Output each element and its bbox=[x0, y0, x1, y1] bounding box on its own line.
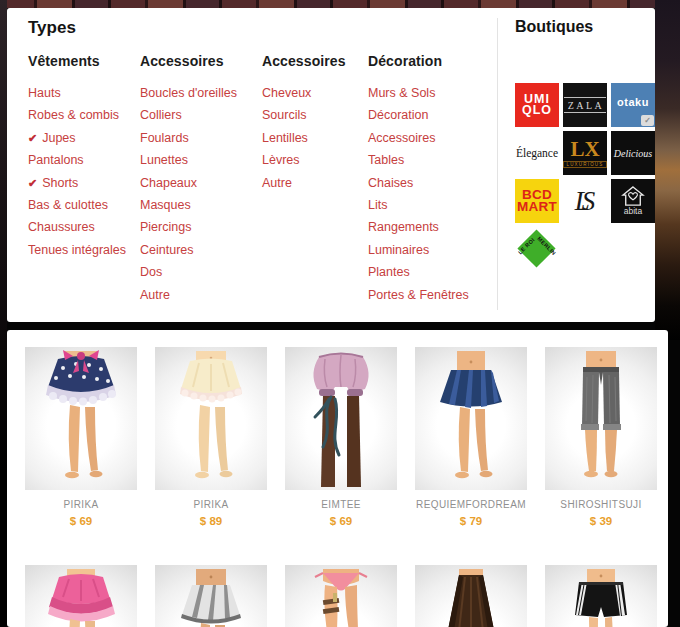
ls-monogram-logo: LS bbox=[575, 188, 596, 215]
product-card[interactable] bbox=[285, 565, 397, 627]
filter-link-rangements[interactable]: Rangements bbox=[368, 216, 469, 238]
filter-link-label: Lentilles bbox=[262, 131, 308, 145]
product-card[interactable] bbox=[25, 565, 137, 627]
product-card[interactable] bbox=[155, 565, 267, 627]
filter-link-lunettes[interactable]: Lunettes bbox=[140, 149, 237, 171]
filter-link-label: Autre bbox=[140, 288, 170, 302]
delicious-logo: Delicious bbox=[614, 148, 652, 159]
filter-link-jupes[interactable]: ✔Jupes bbox=[28, 127, 126, 149]
product-item: SHIROSHITSUJI $ 39 bbox=[545, 347, 657, 527]
filter-link-foulards[interactable]: Foulards bbox=[140, 127, 237, 149]
filter-link-label: Lits bbox=[368, 198, 387, 212]
product-item: REQUIEMFORDREAM $ 79 bbox=[415, 347, 527, 527]
filter-link-label: Luminaires bbox=[368, 243, 429, 257]
filter-link-tables[interactable]: Tables bbox=[368, 149, 469, 171]
boutique-umiqlo[interactable]: UMIQLO bbox=[515, 83, 559, 127]
filter-link-accessoires-deco[interactable]: Accessoires bbox=[368, 127, 469, 149]
boutique-ls[interactable]: LS bbox=[563, 179, 607, 223]
boutique-zala[interactable]: ZALA bbox=[563, 83, 607, 127]
filter-link-sourcils[interactable]: Sourcils bbox=[262, 104, 346, 126]
filter-link-dos[interactable]: Dos bbox=[140, 261, 237, 283]
filter-link-shorts[interactable]: ✔Shorts bbox=[28, 172, 126, 194]
filter-link-label: Chaises bbox=[368, 176, 413, 190]
filter-link-label: Hauts bbox=[28, 86, 61, 100]
filter-link-bas-culottes[interactable]: Bas & culottes bbox=[28, 194, 126, 216]
filter-link-label: Plantes bbox=[368, 265, 410, 279]
boutique-delicious[interactable]: Delicious bbox=[611, 131, 655, 175]
filter-link-decoration[interactable]: Décoration bbox=[368, 104, 469, 126]
product-card[interactable] bbox=[415, 565, 527, 627]
product-item: EIMTEE $ 69 bbox=[285, 347, 397, 527]
product-art-black-striped-shorts bbox=[545, 565, 657, 627]
filter-link-label: Autre bbox=[262, 176, 292, 190]
boutique-lx[interactable]: LX LUXURIOUS bbox=[563, 131, 607, 175]
boutiques-grid: UMIQLO ZALA otaku ✓ Élegance LX LUXURIOU… bbox=[515, 83, 657, 271]
product-card[interactable] bbox=[155, 347, 267, 490]
filter-link-colliers[interactable]: Colliers bbox=[140, 104, 237, 126]
product-art-navy-pleated-skirt bbox=[415, 347, 527, 490]
filter-link-luminaires[interactable]: Luminaires bbox=[368, 239, 469, 261]
filter-link-boucles-oreilles[interactable]: Boucles d'oreilles bbox=[140, 82, 237, 104]
boutiques-title: Boutiques bbox=[515, 18, 593, 36]
filter-link-label: Pantalons bbox=[28, 153, 84, 167]
filter-column-heading: Accessoires bbox=[262, 53, 346, 69]
filter-link-label: Boucles d'oreilles bbox=[140, 86, 237, 100]
product-card[interactable] bbox=[545, 347, 657, 490]
product-name: PIRIKA bbox=[25, 499, 137, 510]
filter-column-heading: Décoration bbox=[368, 53, 469, 69]
filter-link-cheveux[interactable]: Cheveux bbox=[262, 82, 346, 104]
filter-link-label: Rangements bbox=[368, 220, 439, 234]
filter-link-label: Robes & combis bbox=[28, 108, 119, 122]
product-card[interactable] bbox=[25, 347, 137, 490]
filter-link-autre-1[interactable]: Autre bbox=[140, 284, 237, 306]
product-art-silver-pleated-skirt bbox=[155, 565, 267, 627]
filter-link-label: Colliers bbox=[140, 108, 182, 122]
filter-link-pantalons[interactable]: Pantalons bbox=[28, 149, 126, 171]
filter-link-label: Masques bbox=[140, 198, 191, 212]
filter-link-robes-combis[interactable]: Robes & combis bbox=[28, 104, 126, 126]
filter-link-label: Portes & Fenêtres bbox=[368, 288, 469, 302]
filter-link-hauts[interactable]: Hauts bbox=[28, 82, 126, 104]
product-name: REQUIEMFORDREAM bbox=[415, 499, 527, 510]
filter-link-masques[interactable]: Masques bbox=[140, 194, 237, 216]
filter-column-accessoires-2: Accessoires Cheveux Sourcils Lentilles L… bbox=[262, 53, 346, 194]
product-price: $ 69 bbox=[25, 515, 137, 527]
filter-link-piercings[interactable]: Piercings bbox=[140, 216, 237, 238]
filter-link-tenues-integrales[interactable]: Tenues intégrales bbox=[28, 239, 126, 261]
filter-link-lits[interactable]: Lits bbox=[368, 194, 469, 216]
umiqlo-logo: UMIQLO bbox=[522, 94, 552, 117]
product-art-pink-ruffle-skirt bbox=[25, 565, 137, 627]
filter-link-label: Piercings bbox=[140, 220, 191, 234]
product-item: PIRIKA $ 69 bbox=[25, 347, 137, 527]
filter-column-heading: Vêtements bbox=[28, 53, 126, 69]
product-card[interactable] bbox=[545, 565, 657, 627]
filter-link-label: Foulards bbox=[140, 131, 189, 145]
boutique-le-roi-merlin[interactable]: LE ROI MERLIN bbox=[515, 227, 559, 271]
boutique-otaku[interactable]: otaku ✓ bbox=[611, 83, 655, 127]
filter-link-plantes[interactable]: Plantes bbox=[368, 261, 469, 283]
product-card[interactable] bbox=[415, 347, 527, 490]
boutique-abita[interactable]: abita bbox=[611, 179, 655, 223]
filter-link-label: Sourcils bbox=[262, 108, 306, 122]
filter-link-portes-fenetres[interactable]: Portes & Fenêtres bbox=[368, 284, 469, 306]
boutique-bcd-mart[interactable]: BCDMART bbox=[515, 179, 559, 223]
filter-link-lentilles[interactable]: Lentilles bbox=[262, 127, 346, 149]
filter-link-autre-2[interactable]: Autre bbox=[262, 172, 346, 194]
product-art-pink-bikini-holster bbox=[285, 565, 397, 627]
product-card[interactable] bbox=[285, 347, 397, 490]
filter-link-label: Tenues intégrales bbox=[28, 243, 126, 257]
product-price: $ 79 bbox=[415, 515, 527, 527]
filter-link-chaussures[interactable]: Chaussures bbox=[28, 216, 126, 238]
filter-column-decoration: Décoration Murs & Sols Décoration Access… bbox=[368, 53, 469, 306]
filter-link-chaises[interactable]: Chaises bbox=[368, 172, 469, 194]
filter-link-label: Bas & culottes bbox=[28, 198, 108, 212]
filter-link-label: Chaussures bbox=[28, 220, 95, 234]
filter-link-murs-sols[interactable]: Murs & Sols bbox=[368, 82, 469, 104]
boutique-elegance[interactable]: Élegance bbox=[515, 131, 559, 175]
filter-link-levres[interactable]: Lèvres bbox=[262, 149, 346, 171]
filter-link-ceintures[interactable]: Ceintures bbox=[140, 239, 237, 261]
filter-link-chapeaux[interactable]: Chapeaux bbox=[140, 172, 237, 194]
filter-link-label: Accessoires bbox=[368, 131, 435, 145]
filter-link-list: Murs & Sols Décoration Accessoires Table… bbox=[368, 82, 469, 306]
filter-link-label: Murs & Sols bbox=[368, 86, 435, 100]
